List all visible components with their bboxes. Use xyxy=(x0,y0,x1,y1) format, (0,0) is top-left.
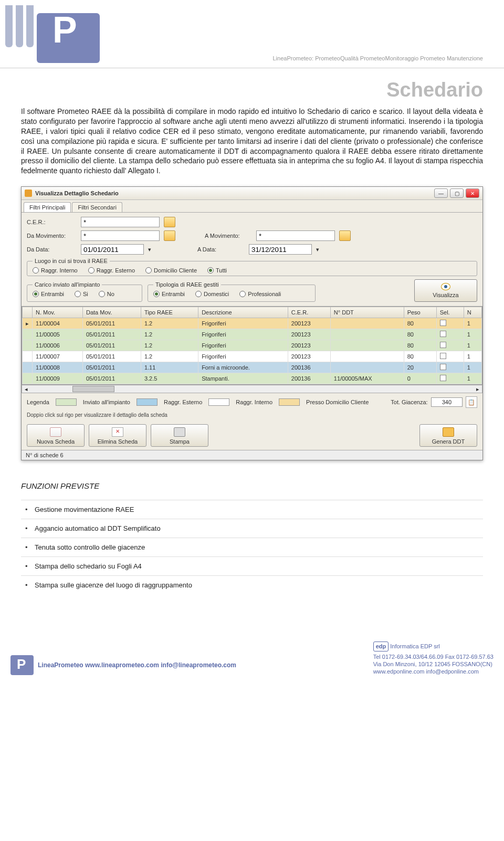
genera-ddt-button[interactable]: Genera DDT xyxy=(419,424,477,447)
chevron-down-icon[interactable]: ▾ xyxy=(316,246,319,253)
cell: 3.2.5 xyxy=(141,373,198,384)
tab-filtri-secondari[interactable]: Filtri Secondari xyxy=(72,202,122,212)
hint-text: Doppio click sul rigo per visualizzare i… xyxy=(22,411,482,421)
radio-option[interactable]: Entrambi xyxy=(153,291,185,297)
da-data-input[interactable] xyxy=(81,244,144,255)
cer-input[interactable] xyxy=(81,217,160,227)
visualizza-button[interactable]: Visualizza xyxy=(414,279,477,302)
column-header[interactable]: C.E.R. xyxy=(288,307,330,318)
footer-company: Informatica EDP srl xyxy=(390,643,440,649)
table-row[interactable]: 11/0000905/01/20113.2.5Stampanti.2001361… xyxy=(23,373,482,384)
table-row[interactable]: 11/0000705/01/20111.2Frigoriferi20012380… xyxy=(23,351,482,362)
tab-strip: Filtri Principali Filtri Secondari xyxy=(22,200,482,212)
cell: 05/01/2011 xyxy=(82,318,141,329)
cell: 11/00006 xyxy=(33,340,83,351)
cell: 05/01/2011 xyxy=(82,373,141,384)
radio-icon xyxy=(239,291,246,297)
cell xyxy=(436,329,464,340)
da-mov-input[interactable] xyxy=(81,230,160,241)
column-header[interactable]: Descrizione xyxy=(198,307,288,318)
checkbox[interactable] xyxy=(440,364,446,370)
cer-lookup-icon[interactable] xyxy=(164,217,175,227)
eye-icon xyxy=(441,283,450,290)
filters-panel: C.E.R.: Da Movimento: A Movimento: Da Da… xyxy=(22,212,482,306)
cell xyxy=(436,373,464,384)
legend-label: Legenda xyxy=(27,399,49,405)
legend-item: Inviato all'impianto xyxy=(83,399,130,405)
column-header[interactable]: Peso xyxy=(404,307,436,318)
swatch-green xyxy=(56,398,77,406)
radio-icon xyxy=(153,291,160,297)
radio-option[interactable]: Domestici xyxy=(195,291,229,297)
list-item: Stampa sulle giacenze del luogo di raggr… xyxy=(21,575,483,594)
maximize-button[interactable]: ▢ xyxy=(450,188,464,198)
close-button[interactable]: ✕ xyxy=(466,188,479,198)
da-mov-lookup-icon[interactable] xyxy=(164,230,175,241)
cell: Frigoriferi xyxy=(198,318,288,329)
chevron-down-icon[interactable]: ▾ xyxy=(148,246,151,253)
footer-left: LineaPrometeo www.lineaprometeo.com info… xyxy=(10,655,236,675)
radio-option[interactable]: Tutti xyxy=(207,267,227,274)
radio-option[interactable]: Professionali xyxy=(239,291,281,297)
checkbox[interactable] xyxy=(440,353,446,359)
column-header[interactable]: Sel. xyxy=(436,307,464,318)
column-header[interactable]: N. Mov. xyxy=(33,307,83,318)
edp-logo: edp xyxy=(373,642,389,651)
radio-option[interactable]: No xyxy=(99,291,114,297)
cell: ▸ xyxy=(23,318,33,329)
checkbox[interactable] xyxy=(440,375,446,381)
elimina-scheda-button[interactable]: Elimina Scheda xyxy=(89,424,146,447)
body-paragraph: Il software Prometeo RAEE dà la possibil… xyxy=(21,107,483,176)
carico-legend: Carico inviato all'impianto xyxy=(33,281,102,288)
checkbox[interactable] xyxy=(440,342,446,348)
stampa-button[interactable]: Stampa xyxy=(151,424,208,447)
table-row[interactable]: 11/0000605/01/20111.2Frigoriferi20012380… xyxy=(23,340,482,351)
cell xyxy=(330,340,404,351)
radio-option[interactable]: Raggr. Esterno xyxy=(88,267,135,274)
radio-option[interactable]: Si xyxy=(75,291,88,297)
cell xyxy=(23,329,33,340)
radio-option[interactable]: Raggr. Interno xyxy=(33,267,78,274)
cell: 20 xyxy=(404,362,436,373)
checkbox[interactable] xyxy=(440,320,446,326)
a-data-label: A Data: xyxy=(197,246,245,253)
cell: 05/01/2011 xyxy=(82,329,141,340)
clipboard-icon[interactable]: 📋 xyxy=(466,396,477,408)
cell xyxy=(23,340,33,351)
table-row[interactable]: 11/0000505/01/20111.2Frigoriferi20012380… xyxy=(23,329,482,340)
cell xyxy=(23,351,33,362)
column-header[interactable]: N xyxy=(464,307,481,318)
table-row[interactable]: ▸11/0000405/01/20111.2Frigoriferi2001238… xyxy=(23,318,482,329)
column-header[interactable]: N° DDT xyxy=(330,307,404,318)
cell xyxy=(23,362,33,373)
scroll-thumb[interactable] xyxy=(72,386,114,392)
minimize-button[interactable]: — xyxy=(434,188,448,198)
column-header[interactable]: Tipo RAEE xyxy=(141,307,198,318)
logo xyxy=(5,5,89,58)
cell: 11/00004 xyxy=(33,318,83,329)
scroll-right-icon[interactable]: ▸ xyxy=(474,386,482,393)
swatch-orange xyxy=(279,398,300,406)
nuova-scheda-button[interactable]: Nuova Scheda xyxy=(27,424,85,447)
radio-option[interactable]: Entrambi xyxy=(33,291,64,297)
cell: Frigoriferi xyxy=(198,340,288,351)
box-icon xyxy=(443,427,454,437)
table-row[interactable]: 11/0000805/01/20111.11Forni a microonde.… xyxy=(23,362,482,373)
a-data-input[interactable] xyxy=(249,244,312,255)
a-mov-lookup-icon[interactable] xyxy=(339,230,351,241)
list-item: Tenuta sotto controllo delle giacenze xyxy=(21,538,483,556)
checkbox[interactable] xyxy=(440,331,446,337)
tab-filtri-principali[interactable]: Filtri Principali xyxy=(24,202,71,212)
scroll-left-icon[interactable]: ◂ xyxy=(22,386,30,393)
cell xyxy=(23,373,33,384)
legend-row: Legenda Inviato all'impianto Raggr. Este… xyxy=(22,393,482,411)
a-mov-input[interactable] xyxy=(256,230,335,241)
radio-option[interactable]: Domicilio Cliente xyxy=(145,267,197,274)
column-header[interactable]: Data Mov. xyxy=(82,307,141,318)
column-header[interactable] xyxy=(23,307,33,318)
luogo-fieldset: Luogo in cui si trova il RAEE Raggr. Int… xyxy=(27,258,477,276)
cell xyxy=(330,329,404,340)
horizontal-scrollbar[interactable]: ◂ ▸ xyxy=(22,385,482,393)
cell: 200123 xyxy=(288,318,330,329)
radio-label: No xyxy=(107,291,114,297)
